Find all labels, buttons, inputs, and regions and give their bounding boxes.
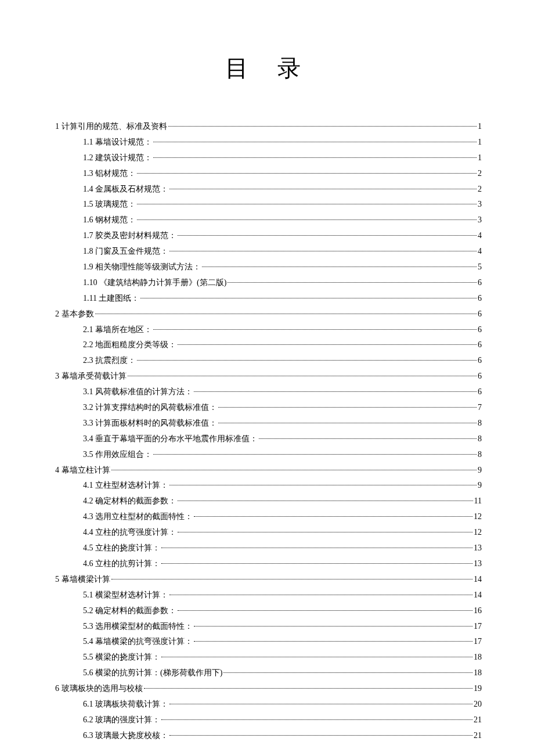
toc-entry: 1.4 金属板及石材规范：2 <box>55 182 482 197</box>
toc-leader-dots <box>153 329 477 330</box>
toc-entry-page: 14 <box>474 588 482 603</box>
toc-entry-page: 2 <box>478 182 482 197</box>
toc-entry-text: 6.1 玻璃板块荷载计算： <box>83 697 168 712</box>
toc-entry-text: 3.5 作用效应组合： <box>83 447 152 462</box>
toc-entry: 4 幕墙立柱计算9 <box>55 463 482 478</box>
toc-leader-dots <box>153 454 477 455</box>
toc-entry: 3.2 计算支撑结构时的风荷载标准值：7 <box>55 400 482 415</box>
toc-entry-text: 1.10 《建筑结构静力计算手册》(第二版) <box>83 275 226 290</box>
toc-entry-page: 6 <box>478 275 482 290</box>
toc-entry-page: 9 <box>478 478 482 493</box>
toc-entry: 1.1 幕墙设计规范：1 <box>55 135 482 150</box>
toc-entry-text: 1.6 钢材规范： <box>83 213 136 228</box>
toc-leader-dots <box>178 235 477 236</box>
toc-entry: 1.9 相关物理性能等级测试方法：5 <box>55 260 482 275</box>
toc-entry: 1.8 门窗及五金件规范：4 <box>55 244 482 259</box>
toc-leader-dots <box>140 298 477 298</box>
toc-entry: 4.5 立柱的挠度计算：13 <box>55 541 482 556</box>
toc-leader-dots <box>194 641 472 642</box>
toc-entry-text: 6.2 玻璃的强度计算： <box>83 712 160 728</box>
toc-leader-dots <box>169 251 477 251</box>
toc-entry-text: 6.3 玻璃最大挠度校核： <box>83 728 168 743</box>
toc-leader-dots <box>111 579 473 579</box>
toc-entry-page: 6 <box>478 291 482 306</box>
toc-leader-dots <box>137 219 477 220</box>
toc-entry-text: 4.2 确定材料的截面参数： <box>83 494 176 509</box>
toc-entry-text: 4.5 立柱的挠度计算： <box>83 541 160 556</box>
toc-entry-page: 6 <box>478 384 482 399</box>
toc-leader-dots <box>202 267 477 267</box>
toc-entry: 4.3 选用立柱型材的截面特性：12 <box>55 509 482 524</box>
toc-leader-dots <box>153 157 477 158</box>
toc-entry-text: 1.5 玻璃规范： <box>83 197 136 212</box>
toc-leader-dots <box>259 438 477 439</box>
toc-entry-text: 4.1 立柱型材选材计算： <box>83 478 168 493</box>
table-of-contents: 1 计算引用的规范、标准及资料11.1 幕墙设计规范：11.2 建筑设计规范：1… <box>55 119 482 743</box>
toc-leader-dots <box>169 189 477 189</box>
toc-entry-text: 3.4 垂直于幕墙平面的分布水平地震作用标准值： <box>83 431 258 447</box>
toc-entry: 2.3 抗震烈度：6 <box>55 353 482 368</box>
toc-entry: 4.4 立柱的抗弯强度计算：12 <box>55 525 482 540</box>
toc-leader-dots <box>218 423 477 423</box>
toc-leader-dots <box>218 407 477 408</box>
toc-entry-page: 1 <box>478 150 482 165</box>
toc-entry: 6.3 玻璃最大挠度校核：21 <box>55 728 482 743</box>
toc-leader-dots <box>153 142 477 142</box>
toc-entry-text: 4.3 选用立柱型材的截面特性： <box>83 509 193 524</box>
toc-entry-text: 3.2 计算支撑结构时的风荷载标准值： <box>83 400 217 415</box>
toc-entry-page: 8 <box>478 431 482 447</box>
toc-entry: 3 幕墙承受荷载计算6 <box>55 369 482 384</box>
toc-leader-dots <box>137 204 477 204</box>
toc-entry-page: 18 <box>474 665 482 681</box>
toc-entry-text: 3.3 计算面板材料时的风荷载标准值： <box>83 416 217 431</box>
toc-entry: 5.6 横梁的抗剪计算：(梯形荷载作用下)18 <box>55 665 482 681</box>
toc-entry: 5.2 确定材料的截面参数：16 <box>55 603 482 618</box>
toc-entry-text: 5.3 选用横梁型材的截面特性： <box>83 619 193 634</box>
toc-entry-page: 17 <box>474 619 482 634</box>
toc-entry-page: 3 <box>478 213 482 228</box>
toc-entry-page: 13 <box>474 541 482 556</box>
toc-entry: 5.4 幕墙横梁的抗弯强度计算：17 <box>55 634 482 649</box>
toc-entry-text: 3.1 风荷载标准值的计算方法： <box>83 384 193 399</box>
toc-entry-text: 2.3 抗震烈度： <box>83 353 136 368</box>
toc-entry-page: 2 <box>478 166 482 181</box>
toc-leader-dots <box>194 516 472 517</box>
toc-entry-page: 12 <box>474 509 482 524</box>
toc-entry-page: 4 <box>478 228 482 243</box>
toc-entry-page: 16 <box>474 603 482 618</box>
toc-entry-text: 5 幕墙横梁计算 <box>55 572 110 587</box>
toc-leader-dots <box>144 688 473 689</box>
toc-entry-text: 1.3 铝材规范： <box>83 166 136 181</box>
toc-entry-page: 8 <box>478 447 482 462</box>
toc-leader-dots <box>194 626 472 627</box>
toc-leader-dots <box>95 314 477 314</box>
toc-leader-dots <box>161 657 472 657</box>
toc-entry-page: 5 <box>478 260 482 275</box>
toc-entry-text: 1.1 幕墙设计规范： <box>83 135 152 150</box>
toc-entry: 6.2 玻璃的强度计算：21 <box>55 712 482 728</box>
toc-leader-dots <box>223 672 472 673</box>
toc-entry: 5.5 横梁的挠度计算：18 <box>55 650 482 665</box>
toc-entry-page: 6 <box>478 322 482 337</box>
toc-entry-text: 2 基本参数 <box>55 307 94 322</box>
page-title: 目 录 <box>55 52 482 84</box>
toc-leader-dots <box>228 282 477 283</box>
toc-leader-dots <box>178 344 477 345</box>
toc-entry-page: 18 <box>474 650 482 665</box>
toc-entry: 1 计算引用的规范、标准及资料1 <box>55 119 482 134</box>
toc-entry-text: 1.9 相关物理性能等级测试方法： <box>83 260 201 275</box>
toc-entry-text: 5.1 横梁型材选材计算： <box>83 588 168 603</box>
toc-leader-dots <box>169 704 472 704</box>
toc-entry-text: 1 计算引用的规范、标准及资料 <box>55 119 167 134</box>
toc-leader-dots <box>178 610 472 611</box>
toc-leader-dots <box>178 532 472 532</box>
toc-entry-text: 4 幕墙立柱计算 <box>55 463 110 478</box>
toc-leader-dots <box>169 595 472 595</box>
toc-entry: 1.3 铝材规范：2 <box>55 166 482 181</box>
toc-entry-text: 1.4 金属板及石材规范： <box>83 182 168 197</box>
toc-entry-page: 4 <box>478 244 482 259</box>
toc-entry-text: 1.2 建筑设计规范： <box>83 150 152 165</box>
toc-entry-text: 2.1 幕墙所在地区： <box>83 322 152 337</box>
toc-entry: 3.4 垂直于幕墙平面的分布水平地震作用标准值：8 <box>55 431 482 447</box>
toc-entry-page: 6 <box>478 307 482 322</box>
